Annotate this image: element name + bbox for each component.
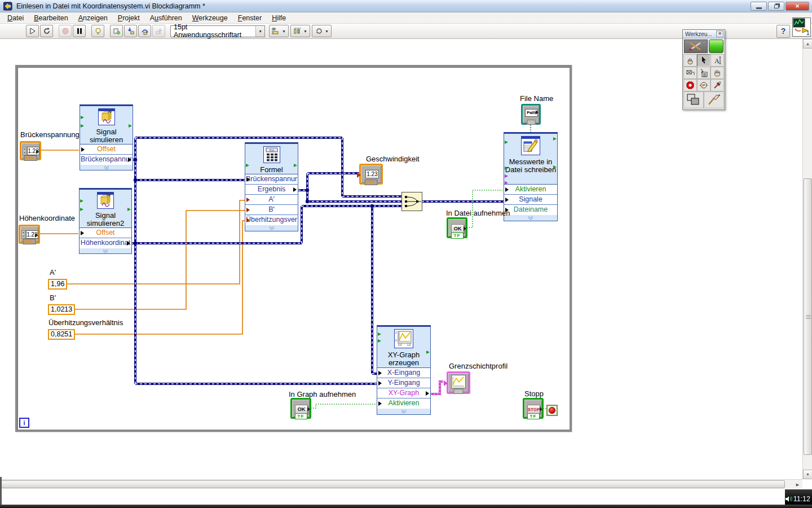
control-hoehenkoordinate[interactable]: ▲▼ 1.23 DBL <box>19 225 40 244</box>
scroll-right-icon[interactable]: ▶ <box>793 480 802 489</box>
terminal-row-y-eingang[interactable]: Y-Eingang <box>377 378 430 388</box>
menu-projekt[interactable]: Projekt <box>113 13 145 23</box>
minimize-button[interactable] <box>751 2 767 11</box>
terminal-row-ueberhitzung-in[interactable]: Überhitzungsver <box>245 215 298 225</box>
terminal-row-b-in[interactable]: B' <box>245 205 298 215</box>
edit-text-tool[interactable]: A <box>710 54 724 67</box>
operate-value-tool[interactable] <box>683 54 697 67</box>
menu-hilfe[interactable]: Hilfe <box>267 13 291 23</box>
terminal-row-hoehenkoordinate-out[interactable]: Höhenkoordinat <box>80 238 131 248</box>
paintbrush-tool[interactable] <box>704 91 724 108</box>
label-hoehenkoordinate[interactable]: Höhenkoordinate <box>19 214 75 222</box>
increment-decrement-icon[interactable]: ▲▼ <box>23 147 27 155</box>
terminal-row-x-eingang[interactable]: X-Eingang <box>377 368 430 378</box>
expand-chevron-icon[interactable] <box>377 409 430 414</box>
terminal-row-dateiname[interactable]: Dateiname <box>504 205 557 215</box>
label-geschwindigkeit[interactable]: Geschwindigkeit <box>366 155 420 163</box>
vi-icon[interactable]: 1 <box>792 17 811 37</box>
terminal-row-brueckenspannung-in[interactable]: Brückenspannur <box>245 174 298 185</box>
object-shortcut-menu-tool[interactable] <box>697 67 710 79</box>
align-objects-dropdown[interactable]: ▼ <box>269 25 289 37</box>
set-color-tool[interactable] <box>683 91 704 108</box>
set-breakpoint-tool[interactable] <box>683 79 697 91</box>
increment-decrement-icon[interactable]: ▲▼ <box>21 230 25 239</box>
scroll-down-icon[interactable]: ▼ <box>803 470 812 479</box>
volume-icon[interactable] <box>785 496 792 502</box>
label-file-name[interactable]: File Name <box>520 94 553 103</box>
terminal-row-xy-graph-out[interactable]: XY-Graph <box>377 388 430 398</box>
auto-tool-led-indicator[interactable] <box>709 40 723 53</box>
control-file-name[interactable]: Path <box>521 104 541 125</box>
express-vi-formel[interactable]: f(x) Formel Brückenspannur Ergebnis A' B… <box>245 142 298 231</box>
label-brueckenspannung[interactable]: Brückenspannung <box>20 130 80 139</box>
label-stopp[interactable]: Stopp <box>524 389 544 398</box>
terminal-row-brueckenspannung-out[interactable]: Brückenspannur <box>80 155 133 165</box>
terminal-row-offset[interactable]: Offset <box>80 144 133 155</box>
highlight-execution-button[interactable] <box>91 25 104 37</box>
run-continuously-button[interactable] <box>40 25 53 37</box>
horizontal-scrollbar-thumb[interactable] <box>1 480 785 488</box>
get-color-tool[interactable] <box>710 79 724 91</box>
label-constant-ueberhitzung[interactable]: Überhitzungsverhältnis <box>48 318 123 327</box>
menu-ausfuehren[interactable]: Ausführen <box>145 13 187 23</box>
reorder-dropdown[interactable]: ▼ <box>312 25 332 37</box>
express-vi-messwerte-in-datei-schreiben[interactable]: Messwerte in Datei schreiben Aktivieren … <box>504 132 558 221</box>
vertical-scrollbar-thumb[interactable] <box>804 178 812 455</box>
label-in-datei-aufnehmen[interactable]: In Datei aufnehmen <box>446 209 510 217</box>
position-select-tool[interactable] <box>697 54 710 67</box>
run-button[interactable] <box>26 25 39 37</box>
vertical-scrollbar[interactable]: ▲ ▼ <box>802 39 812 479</box>
horizontal-scrollbar[interactable]: ▶ <box>0 479 802 489</box>
font-selector[interactable]: 15pt Anwendungsschriftart ▼ <box>170 25 265 37</box>
terminal-row-a-in[interactable]: A' <box>245 195 298 205</box>
terminal-row-offset[interactable]: Offset <box>80 228 131 238</box>
control-in-graph-aufnehmen[interactable]: OK TF <box>290 398 311 419</box>
palette-title-bar[interactable]: Werkzeu... ✕ <box>683 30 725 38</box>
indicator-geschwindigkeit[interactable]: 1.23 DBL <box>359 164 383 185</box>
control-brueckenspannung[interactable]: ▲▼ 1.23 DBL <box>20 141 41 160</box>
terminal-row-aktivieren[interactable]: Aktivieren <box>504 185 557 195</box>
control-in-datei-aufnehmen[interactable]: OK TF <box>447 217 467 238</box>
label-constant-b[interactable]: B' <box>50 294 56 302</box>
menu-werkzeuge[interactable]: Werkzeuge <box>187 13 233 23</box>
probe-data-tool[interactable]: P <box>697 79 710 91</box>
expand-chevron-icon[interactable] <box>504 215 557 221</box>
title-bar[interactable]: Einlesen in Datei mit Koordinatensystem.… <box>0 0 812 12</box>
loop-condition-terminal[interactable] <box>546 405 558 416</box>
menu-bearbeiten[interactable]: Bearbeiten <box>29 13 73 23</box>
loop-iteration-terminal[interactable]: i <box>19 418 29 428</box>
abort-button[interactable] <box>59 25 72 37</box>
label-grenzschichtprofil[interactable]: Grenzschichtprofil <box>449 362 508 370</box>
indicator-value[interactable]: 1.23 <box>365 170 379 178</box>
scroll-up-icon[interactable]: ▲ <box>803 39 812 49</box>
font-dropdown-arrow-icon[interactable]: ▼ <box>255 26 264 37</box>
terminal-row-ergebnis-out[interactable]: Ergebnis <box>245 185 298 195</box>
pause-button[interactable] <box>73 25 86 37</box>
automatic-tool-selection-button[interactable] <box>684 40 708 53</box>
connect-wire-tool[interactable] <box>683 67 697 79</box>
menu-fenster[interactable]: Fenster <box>233 13 267 23</box>
restore-button[interactable] <box>768 2 784 11</box>
terminal-row-aktivieren[interactable]: Aktivieren <box>377 398 430 409</box>
step-over-button[interactable] <box>138 25 151 37</box>
express-vi-signal-simulieren[interactable]: Signal simulieren Offset Brückenspannur <box>80 104 133 170</box>
step-into-button[interactable] <box>124 25 137 37</box>
indicator-grenzschichtprofil[interactable] <box>447 371 470 394</box>
terminal-row-signale[interactable]: Signale <box>504 195 557 205</box>
expand-chevron-icon[interactable] <box>80 248 131 254</box>
constant-b[interactable]: 1,0213 <box>48 304 75 315</box>
menu-datei[interactable]: Datei <box>2 13 29 23</box>
constant-ueberhitzung[interactable]: 0,8251 <box>48 329 75 340</box>
control-stopp[interactable]: STOP TF <box>523 398 544 419</box>
retain-wire-values-button[interactable] <box>110 25 123 37</box>
express-vi-xy-graph-erzeugen[interactable]: 2 0 0.0 1.0 XY-Graph erzeugen X-Eingang … <box>377 325 431 415</box>
constant-a[interactable]: 1,96 <box>48 279 67 290</box>
express-vi-signal-simulieren2[interactable]: Signal simulieren2 Offset Höhenkoordinat <box>79 188 132 254</box>
palette-close-icon[interactable]: ✕ <box>716 30 723 37</box>
label-constant-a[interactable]: A' <box>50 268 56 277</box>
expand-chevron-icon[interactable] <box>80 165 133 170</box>
label-in-graph-aufnehmen[interactable]: In Graph aufnehmen <box>289 390 356 398</box>
menu-anzeigen[interactable]: Anzeigen <box>73 13 113 23</box>
step-out-button[interactable] <box>152 25 165 37</box>
scroll-window-tool[interactable] <box>710 67 724 79</box>
